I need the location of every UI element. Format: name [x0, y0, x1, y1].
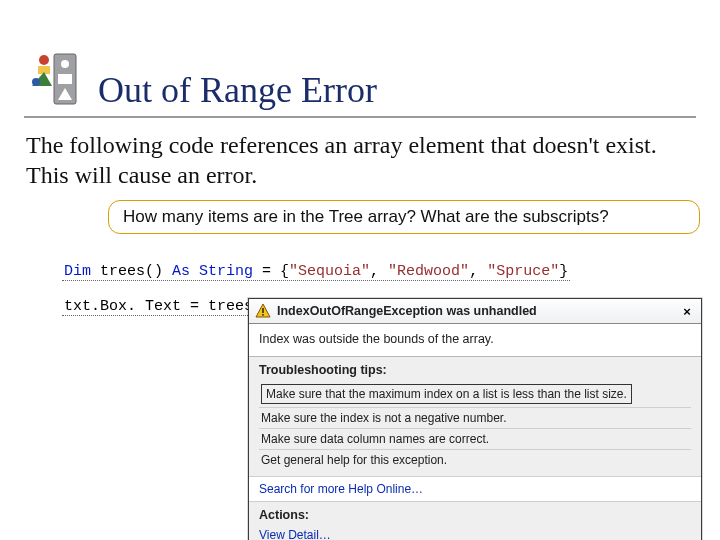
svg-rect-10	[262, 314, 264, 316]
svg-rect-2	[58, 74, 72, 84]
callout-question: How many items are in the Tree array? Wh…	[108, 200, 700, 234]
title-row: Out of Range Error	[0, 0, 720, 114]
svg-rect-9	[262, 308, 264, 313]
code-kw-asstring: As String	[172, 263, 253, 280]
svg-point-7	[32, 78, 40, 86]
exception-popup: IndexOutOfRangeException was unhandled ×…	[248, 298, 702, 540]
slide: Out of Range Error The following code re…	[0, 0, 720, 540]
close-button[interactable]: ×	[679, 303, 695, 319]
actions-label: Actions:	[259, 508, 691, 522]
tip-row-0[interactable]: Make sure that the maximum index on a li…	[259, 381, 691, 407]
tip-row-1[interactable]: Make sure the index is not a negative nu…	[259, 408, 691, 428]
tips-label: Troubleshooting tips:	[259, 363, 691, 377]
warning-icon	[255, 303, 271, 319]
tip-row-3[interactable]: Get general help for this exception.	[259, 450, 691, 470]
tip-row-2[interactable]: Make sure data column names are correct.	[259, 429, 691, 449]
title-icon	[24, 48, 86, 110]
troubleshooting-section: Troubleshooting tips: Make sure that the…	[249, 357, 701, 476]
actions-section: Actions: View Detail… Copy exception det…	[249, 501, 701, 540]
code-kw-dim: Dim	[64, 263, 91, 280]
search-help-link[interactable]: Search for more Help Online…	[249, 476, 701, 501]
page-title: Out of Range Error	[98, 72, 377, 110]
svg-point-1	[61, 60, 69, 68]
popup-message: Index was outside the bounds of the arra…	[249, 324, 701, 357]
popup-header: IndexOutOfRangeException was unhandled ×	[249, 299, 701, 324]
popup-title: IndexOutOfRangeException was unhandled	[277, 304, 679, 318]
svg-point-4	[39, 55, 49, 65]
view-detail-link[interactable]: View Detail…	[259, 526, 691, 540]
body-paragraph: The following code references an array e…	[0, 118, 720, 198]
code-line-1: Dim trees() As String = {"Sequoia", "Red…	[62, 263, 570, 281]
